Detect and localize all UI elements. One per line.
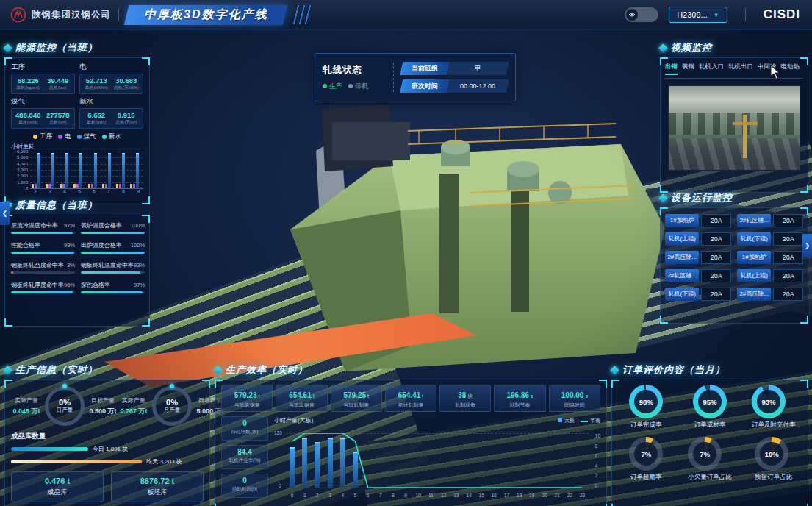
device-name-button[interactable]: 2#轧区辅... (737, 214, 771, 227)
x-tick-label: 12 (437, 493, 450, 498)
video-tab-2[interactable]: 装钢 (682, 63, 694, 75)
legend-label: 电 (65, 132, 71, 141)
quality-item-row: 钢板终轧温度命中率93% (81, 261, 145, 269)
cctv-frame[interactable] (668, 85, 800, 171)
line-status-card: 轧线状态 生产停机 当前班组甲班次时间00:00-12:00 (315, 53, 516, 101)
bar-煤气 (37, 153, 40, 188)
device-current-value: 20A (701, 214, 731, 227)
device-name-button[interactable]: 2#高压除... (665, 251, 699, 264)
device-name-button[interactable]: 1#加热炉 (665, 214, 699, 227)
status-label: 生产 (329, 82, 342, 91)
efficiency-card-unit: t (313, 393, 315, 399)
device-current-value: 20A (701, 288, 731, 301)
energy-metric-value: 39.449 (43, 76, 73, 85)
x-tick-label: 11 (425, 493, 437, 498)
chevron-down-icon: ▼ (714, 12, 719, 18)
bar-电 (133, 184, 135, 188)
actual-block: 实际产量0.045 万t (11, 396, 42, 416)
ribbon-value: 甲 (447, 62, 509, 75)
efficiency-card-valuerow: 196.86s (495, 388, 544, 401)
panel-orders-title-text: 订单评价内容（当月） (622, 363, 725, 377)
device-selector-dropdown[interactable]: H2309... ▼ (669, 7, 727, 23)
device-current-value: 20A (701, 251, 731, 264)
side-stat-label: 轧机作业率(%) (223, 457, 267, 464)
bar-group (130, 153, 142, 188)
chart-legend-label: 大板 (564, 418, 575, 423)
quality-label: 探伤合格率 (81, 281, 110, 289)
video-tab-1[interactable]: 出钢 (665, 63, 678, 75)
efficiency-card-value: 38 (458, 391, 466, 399)
side-stat-value: 0 (223, 477, 267, 485)
device-name-button[interactable]: 轧机(上辊) (737, 269, 771, 282)
bar-swatch-icon (558, 418, 562, 422)
bar-电 (62, 184, 65, 188)
quality-progress-track (11, 271, 75, 274)
side-stat-label: 待轧坯数(块) (223, 429, 267, 435)
device-name-button[interactable]: 轧机(上辊) (665, 232, 699, 246)
device-name-button[interactable]: 2#轧区辅... (665, 269, 699, 282)
y-tick-label: 3,000 (17, 168, 30, 172)
device-name-button[interactable]: 2#高压除... (737, 288, 771, 301)
bar-工序 (130, 184, 132, 188)
panel-energy-title: 能源监控（当班） (4, 41, 150, 54)
ribbon-label: 当前班组 (400, 62, 450, 75)
ribbon-label: 班次时间 (400, 79, 450, 93)
video-tab-4[interactable]: 轧机出口 (728, 63, 753, 75)
efficiency-card-value: 579.23 (234, 391, 257, 399)
energy-group-values: 6.652单耗(m³/t)0.915总耗(万m³) (79, 108, 143, 129)
quality-value: 96% (64, 282, 75, 288)
efficiency-card-value: 579.25 (343, 391, 366, 399)
device-selector-value: H2309... (677, 10, 708, 19)
quality-progress-fill (11, 291, 73, 293)
energy-bars (32, 153, 142, 188)
x-tick-label: 1 (298, 493, 311, 498)
energy-legend: 工序电煤气新水 (11, 132, 143, 141)
stock-box-value: 0.476 t (13, 477, 101, 485)
production-gauges: 实际产量0.045 万t0%日产量目标产量0.500 万t实际产量0.767 万… (11, 386, 204, 426)
bar-煤气 (79, 153, 82, 188)
collapse-left-icon[interactable]: ❮ (0, 202, 10, 225)
quality-item-row: 层流冷温度命中率97% (11, 221, 75, 229)
diamond-icon (610, 366, 619, 375)
video-tab-3[interactable]: 轧机入口 (699, 63, 724, 75)
panel-production: 生产信息（实时） 实际产量0.045 万t0%日产量目标产量0.500 万t实际… (4, 363, 210, 506)
bar-新水 (55, 188, 57, 188)
bar-电 (91, 184, 93, 188)
efficiency-side-stat: 0待轧时间(h) (221, 474, 268, 498)
topbar-divider (118, 8, 119, 21)
order-donut-label: 订单完成率 (629, 421, 663, 430)
bar-电 (35, 184, 37, 188)
quality-item-row: 钢板终轧厚度命中率96% (11, 281, 75, 289)
quality-grid: 层流冷温度命中率97%装炉温度合格率100%性能合格率99%出炉温度合格率100… (11, 221, 143, 293)
bar-工序 (46, 184, 48, 188)
device-name-button[interactable]: 轧机(下辊) (737, 232, 771, 246)
panel-orders-title: 订单评价内容（当月） (611, 363, 808, 377)
page-title: 中厚板3D数字化产线 (144, 7, 267, 23)
device-name-button[interactable]: 轧机(下辊) (665, 288, 699, 301)
energy-hourly-chart: 01,0002,0003,0004,0005,0006,000 (30, 152, 143, 189)
quality-progress-fill (11, 271, 13, 274)
x-tick-label: 3 (324, 493, 337, 498)
order-donut-value: 95% (698, 390, 722, 413)
panel-video-title-text: 视频监控 (671, 41, 712, 54)
diamond-icon (213, 366, 223, 375)
x-tick-label: 23 (576, 493, 589, 498)
video-tab-6[interactable]: 电动热 (781, 63, 800, 75)
quality-progress-track (81, 252, 145, 254)
order-donut-label: 订单成材率 (693, 421, 727, 430)
visibility-toggle[interactable] (625, 7, 658, 22)
device-row: 2#轧区辅...20A (665, 269, 731, 282)
target-value: 0.500 万t (87, 407, 118, 416)
quality-value: 100% (131, 222, 145, 229)
right-axis-tick: 0 (595, 483, 600, 488)
bar-电 (119, 184, 121, 188)
right-axis-tick: 2 (595, 473, 600, 478)
collapse-right-icon[interactable]: ❯ (802, 234, 812, 257)
efficiency-card-valuerow: 654.61t (277, 388, 326, 401)
device-grid: 1#加热炉20A2#轧区辅...20A轧机(上辊)20A轧机(下辊)20A2#高… (665, 214, 803, 301)
status-dot-icon (323, 84, 327, 88)
x-tick-label: 4 (61, 189, 68, 194)
device-name-button[interactable]: 1#加热炉 (737, 251, 771, 264)
efficiency-card: 654.61t当班出钢量 (276, 385, 327, 412)
bar-group (60, 153, 71, 188)
